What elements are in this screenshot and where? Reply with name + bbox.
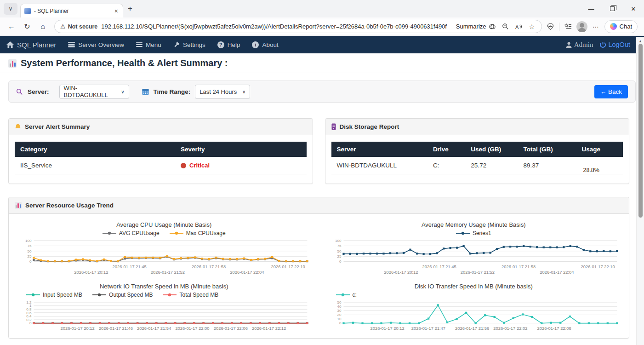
legend-item: Output Speed MB — [92, 292, 153, 298]
legend-item: Input Speed MB — [26, 292, 82, 298]
star-icon: ☆ — [529, 23, 535, 30]
chart-plot: 02550751002026-01-17 20:122026-01-17 21:… — [15, 237, 313, 276]
svg-text:2026-01-17 20:12: 2026-01-17 20:12 — [61, 326, 95, 331]
info-icon: i — [252, 41, 259, 48]
disk-storage-report-card: Disk Storage Report Server Drive Used (G… — [325, 118, 630, 184]
legend-label: Max CPUUsage — [186, 230, 226, 236]
close-button[interactable]: ✕ — [623, 0, 644, 17]
nav-item-menu[interactable]: Menu — [136, 41, 161, 48]
admin-user-menu[interactable]: Admin — [565, 41, 593, 49]
disk-total-cell: 89.37 — [518, 157, 576, 174]
home-button[interactable]: ⌂ — [36, 20, 50, 34]
calendar-icon — [142, 88, 149, 95]
svg-text:2026-01-17 21:46: 2026-01-17 21:46 — [99, 326, 133, 331]
chat-label: Chat — [620, 23, 632, 30]
svg-text:2026-01-17 20:12: 2026-01-17 20:12 — [370, 326, 404, 331]
svg-text:2026-01-17 22:10: 2026-01-17 22:10 — [581, 264, 615, 269]
profile-avatar[interactable] — [576, 21, 587, 32]
about-label: About — [262, 41, 278, 48]
disk-drive-cell: C: — [427, 157, 465, 174]
chart-bars-icon — [8, 59, 17, 68]
summarize-button[interactable]: Summarize — [456, 23, 496, 30]
zoom-out-button[interactable] — [502, 23, 509, 30]
svg-text:2026-01-17 21:45: 2026-01-17 21:45 — [422, 264, 456, 269]
legend-label: Output Speed MB — [109, 292, 153, 298]
url-text[interactable]: 192.168.112.10/SQLPlanner/(S(xoj5wpbwzt5… — [101, 23, 452, 30]
address-bar[interactable]: ⚠ Not secure 192.168.112.10/SQLPlanner/(… — [54, 20, 542, 33]
nav-item-about[interactable]: i About — [252, 41, 278, 48]
restore-button[interactable] — [602, 0, 623, 17]
resource-usage-trend-card: Server Resource Usage Trend Average CPU … — [8, 197, 629, 339]
svg-text:75: 75 — [27, 244, 31, 248]
chart-plot: 010203040502026-01-17 20:122026-01-17 21… — [325, 299, 623, 333]
new-tab-button[interactable]: + — [128, 4, 132, 13]
browser-tab[interactable]: - SQL Planner × — [20, 4, 123, 17]
read-aloud-button[interactable]: A — [515, 23, 523, 30]
refresh-icon: ↻ — [24, 22, 30, 31]
server-alert-summary-card: Server Alert Summary Category Severity I… — [8, 118, 313, 184]
tab-search-button[interactable]: ∨ — [4, 3, 17, 15]
charts-grid: Average CPU Usage (Minute Basis)AVG CPUU… — [9, 214, 629, 338]
svg-text:25: 25 — [27, 254, 31, 259]
settings-more-button[interactable]: ⋯ — [592, 23, 600, 30]
nav-item-help[interactable]: ? Help — [217, 41, 240, 48]
browser-essentials-button[interactable] — [547, 23, 554, 30]
power-icon — [599, 41, 606, 48]
nav-item-settings[interactable]: Settings — [173, 41, 205, 48]
server-filter-label: Server: — [28, 88, 49, 95]
svg-text:2026-01-17 21:47: 2026-01-17 21:47 — [411, 326, 445, 331]
home-icon: ⌂ — [40, 23, 45, 31]
column-header: Server — [331, 142, 427, 157]
back-button[interactable]: ← Back — [594, 85, 628, 98]
disk-used-cell: 25.72 — [465, 157, 518, 174]
legend-marker-icon — [336, 293, 350, 297]
table-row[interactable]: WIN-BDTDAGUKULL C: 25.72 89.37 28.8% — [331, 157, 623, 174]
column-header: Used (GB) — [465, 142, 518, 157]
back-arrow-icon: ← — [8, 23, 15, 31]
chart-legend: AVG CPUUsageMax CPUUsage — [15, 230, 313, 236]
refresh-button[interactable]: ↻ — [20, 20, 34, 34]
legend-label: AVG CPUUsage — [119, 230, 160, 236]
time-range-select[interactable]: Last 24 Hours ∨ — [195, 85, 250, 99]
back-nav-button[interactable]: ← — [5, 20, 18, 34]
svg-text:2026-01-17 21:45: 2026-01-17 21:45 — [113, 264, 147, 269]
page-scrollbar[interactable]: ▲ — [636, 37, 644, 345]
chart-title: Disk IO Transfer Speed in MB (Minute bas… — [325, 283, 623, 290]
search-icon — [16, 88, 23, 95]
critical-dot-icon — [181, 163, 186, 168]
column-header: Total (GB) — [518, 142, 576, 157]
scroll-up-icon[interactable]: ▲ — [637, 37, 644, 43]
minimize-button[interactable]: — — [581, 0, 602, 17]
favorites-bar-button[interactable] — [564, 23, 572, 30]
logout-button[interactable]: LogOut — [599, 41, 630, 48]
copilot-chat-button[interactable]: Chat — [604, 20, 638, 33]
svg-text:50: 50 — [27, 249, 31, 253]
brand-label: SQL Planner — [17, 41, 56, 49]
copilot-logo-icon — [610, 23, 617, 30]
person-icon — [565, 41, 572, 48]
legend-marker-icon — [456, 231, 470, 236]
warning-icon: ⚠ — [60, 23, 66, 30]
brand-sql-planner[interactable]: SQL Planner — [6, 41, 56, 49]
table-row[interactable]: IIS_Service Critical — [15, 157, 307, 174]
nav-item-server-overview[interactable]: Server Overview — [68, 41, 124, 48]
svg-text:2026-01-17 22:04: 2026-01-17 22:04 — [540, 270, 574, 275]
site-security-chip[interactable]: ⚠ Not secure — [60, 23, 97, 30]
legend-label: Series1 — [473, 230, 491, 236]
scrollbar-thumb[interactable] — [638, 44, 643, 218]
svg-text:20: 20 — [337, 313, 341, 317]
chart-legend: Series1 — [325, 230, 623, 236]
column-header: Drive — [427, 142, 465, 157]
read-aloud-icon: A — [515, 23, 522, 30]
svg-text:2026-01-17 21:52: 2026-01-17 21:52 — [460, 270, 494, 275]
window-controls: — ✕ — [581, 0, 644, 17]
favorite-star-button[interactable]: ☆ — [528, 23, 536, 30]
tab-close-icon[interactable]: × — [114, 7, 119, 15]
help-icon: ? — [217, 41, 224, 48]
svg-text:2026-01-17 22:00: 2026-01-17 22:00 — [175, 326, 209, 331]
svg-text:1.2: 1.2 — [26, 300, 32, 305]
svg-text:0: 0 — [339, 321, 341, 325]
chart-plot: 00.20.40.60.811.22026-01-17 20:122026-01… — [15, 299, 313, 333]
server-select[interactable]: WIN-BDTDAGUKULL ∨ — [59, 85, 129, 99]
legend-label: Total Speed MB — [179, 292, 218, 298]
